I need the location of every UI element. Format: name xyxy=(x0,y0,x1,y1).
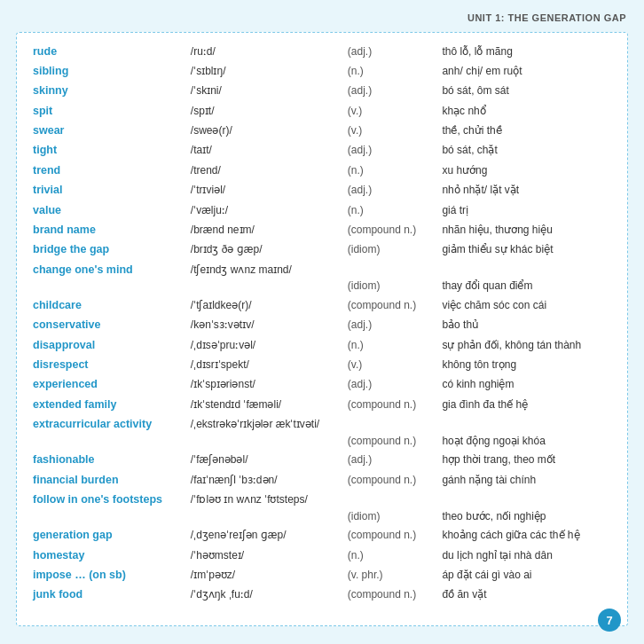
table-row: fashionable/ˈfæʃənəbəl/(adj.)hợp thời tr… xyxy=(33,451,611,470)
vocab-type: (n.) xyxy=(348,200,443,220)
vocab-type: (adj.) xyxy=(348,82,443,101)
table-row: disrespect/ˌdɪsrɪˈspekt/(v.)không tôn tr… xyxy=(33,355,611,374)
vocab-type: (idiom) xyxy=(348,260,443,295)
vocab-type: (compound n.) xyxy=(348,526,443,546)
vocab-meaning: không tôn trọng xyxy=(442,355,611,374)
vocab-ipa: /brɪdʒ ðə ɡæp/ xyxy=(191,240,348,260)
page-number: 7 xyxy=(598,609,621,632)
vocab-ipa: /ˈsɪblɪŋ/ xyxy=(191,61,348,81)
vocab-type: (n.) xyxy=(348,546,443,565)
vocab-word: tight xyxy=(33,141,191,161)
vocab-word: homestay xyxy=(33,546,191,565)
vocab-type: (v.) xyxy=(348,101,443,121)
unit-title: UNIT 1: THE GENERATION GAP xyxy=(467,12,626,23)
vocab-type: (idiom) xyxy=(348,491,443,526)
vocab-ipa: /ruːd/ xyxy=(191,42,348,61)
table-row: childcare/ˈtʃaɪldkeə(r)/(compound n.)việ… xyxy=(33,295,611,315)
table-row: extracurricular activity/ˌekstrəkəˈrɪkjə… xyxy=(33,415,611,451)
table-row: homestay/ˈhəʊmsteɪ/(n.)du lịch nghỉ tại … xyxy=(33,546,611,565)
table-row: tight/taɪt/(adj.)bó sát, chặt xyxy=(33,141,611,161)
vocab-meaning: nhỏ nhặt/ lặt vặt xyxy=(442,181,611,200)
header-bar: UNIT 1: THE GENERATION GAP xyxy=(0,0,644,32)
vocab-word: childcare xyxy=(33,295,191,315)
vocab-ipa: /ˌdɪsəˈpruːvəl/ xyxy=(191,335,348,355)
table-row: change one's mind/tʃeɪndʒ wʌnz maɪnd/ (i… xyxy=(33,260,611,295)
vocab-ipa: /ˈfæʃənəbəl/ xyxy=(191,451,348,470)
vocab-type: (adj.) xyxy=(348,375,443,395)
vocab-word: swear xyxy=(33,122,191,141)
vocab-ipa: /sweə(r)/ xyxy=(191,122,348,141)
vocab-type: (adj.) xyxy=(348,181,443,200)
vocab-word: value xyxy=(33,200,191,220)
vocab-word: sibling xyxy=(33,61,191,81)
vocab-word: disrespect xyxy=(33,355,191,374)
table-row: skinny/ˈskɪni/(adj.)bó sát, ôm sát xyxy=(33,82,611,101)
vocab-ipa: /kənˈsɜːvətɪv/ xyxy=(191,316,348,335)
vocab-ipa: /ˌdʒenəˈreɪʃən ɡæp/ xyxy=(191,526,348,546)
vocab-ipa: /taɪt/ xyxy=(191,141,348,161)
vocab-meaning: sự phản đối, không tán thành xyxy=(442,335,611,355)
vocab-meaning: du lịch nghỉ tại nhà dân xyxy=(442,546,611,565)
vocab-meaning: có kinh nghiệm xyxy=(442,375,611,395)
vocab-ipa: /ˌdɪsrɪˈspekt/ xyxy=(191,355,348,374)
vocab-meaning: thô lỗ, lỗ mãng xyxy=(442,42,611,61)
vocab-meaning: bó sát, ôm sát xyxy=(442,82,611,101)
vocab-type: (adj.) xyxy=(348,316,443,335)
vocab-type: (compound n.) xyxy=(348,295,443,315)
vocab-type: (idiom) xyxy=(348,240,443,260)
vocab-ipa: /ˈhəʊmsteɪ/ xyxy=(191,546,348,565)
vocab-meaning: giá trị xyxy=(442,200,611,220)
vocab-meaning: giảm thiểu sự khác biệt xyxy=(442,240,611,260)
vocab-ipa: /brænd neɪm/ xyxy=(191,220,348,240)
vocab-word: change one's mind xyxy=(33,260,191,295)
vocab-type: (compound n.) xyxy=(348,220,443,240)
vocab-ipa: /ˈtʃaɪldkeə(r)/ xyxy=(191,295,348,315)
table-row: bridge the gap/brɪdʒ ðə ɡæp/(idiom)giảm … xyxy=(33,240,611,260)
vocab-ipa: /trend/ xyxy=(191,161,348,180)
table-row: value/ˈvæljuː/(n.)giá trị xyxy=(33,200,611,220)
vocab-ipa: /ˈtrɪviəl/ xyxy=(191,181,348,200)
vocab-ipa: /ˈfɒləʊ ɪn wʌnz ˈfʊtsteps/ xyxy=(191,491,348,526)
vocab-table: rude/ruːd/(adj.)thô lỗ, lỗ mãngsibling/ˈ… xyxy=(33,42,611,605)
table-row: financial burden/faɪˈnænʃl ˈbɜːdən/(comp… xyxy=(33,470,611,490)
table-row: trend/trend/(n.)xu hướng xyxy=(33,161,611,180)
vocab-word: brand name xyxy=(33,220,191,240)
vocab-meaning: bó sát, chặt xyxy=(442,141,611,161)
vocab-ipa: /spɪt/ xyxy=(191,101,348,121)
vocab-meaning: nhãn hiệu, thương hiệu xyxy=(442,220,611,240)
vocab-meaning: việc chăm sóc con cái xyxy=(442,295,611,315)
vocab-word: disapproval xyxy=(33,335,191,355)
vocab-ipa: /ɪkˈspɪəriənst/ xyxy=(191,375,348,395)
vocab-meaning: anh/ chị/ em ruột xyxy=(442,61,611,81)
vocab-meaning: hoạt động ngoại khóa xyxy=(442,415,611,451)
vocab-word: skinny xyxy=(33,82,191,101)
vocab-ipa: /ɪkˈstendɪd ˈfæməli/ xyxy=(191,395,348,414)
vocab-type: (n.) xyxy=(348,61,443,81)
vocab-meaning: thề, chửi thề xyxy=(442,122,611,141)
table-row: generation gap/ˌdʒenəˈreɪʃən ɡæp/(compou… xyxy=(33,526,611,546)
vocab-ipa: /ˈdʒʌŋk ˌfuːd/ xyxy=(191,585,348,605)
vocab-type: (compound n.) xyxy=(348,585,443,605)
vocab-word: bridge the gap xyxy=(33,240,191,260)
vocab-word: spit xyxy=(33,101,191,121)
table-row: sibling/ˈsɪblɪŋ/(n.)anh/ chị/ em ruột xyxy=(33,61,611,81)
table-row: brand name/brænd neɪm/(compound n.)nhãn … xyxy=(33,220,611,240)
vocab-meaning: khạc nhổ xyxy=(442,101,611,121)
table-row: extended family/ɪkˈstendɪd ˈfæməli/(comp… xyxy=(33,395,611,414)
vocab-word: experienced xyxy=(33,375,191,395)
vocab-type: (adj.) xyxy=(348,141,443,161)
vocab-type: (adj.) xyxy=(348,451,443,470)
table-row: junk food/ˈdʒʌŋk ˌfuːd/(compound n.)đồ ă… xyxy=(33,585,611,605)
vocab-meaning: theo bước, nối nghiệp xyxy=(442,491,611,526)
vocab-ipa: /ɪmˈpəʊz/ xyxy=(191,565,348,585)
table-row: follow in one's footsteps/ˈfɒləʊ ɪn wʌnz… xyxy=(33,491,611,526)
vocab-type: (adj.) xyxy=(348,42,443,61)
vocab-word: junk food xyxy=(33,585,191,605)
vocab-type: (compound n.) xyxy=(348,470,443,490)
content-box: rude/ruːd/(adj.)thô lỗ, lỗ mãngsibling/ˈ… xyxy=(16,32,628,626)
table-row: trivial/ˈtrɪviəl/(adj.)nhỏ nhặt/ lặt vặt xyxy=(33,181,611,200)
page-background: UNIT 1: THE GENERATION GAP rude/ruːd/(ad… xyxy=(0,0,644,644)
vocab-ipa: /ˈskɪni/ xyxy=(191,82,348,101)
vocab-meaning: bảo thủ xyxy=(442,316,611,335)
vocab-meaning: khoảng cách giữa các thế hệ xyxy=(442,526,611,546)
